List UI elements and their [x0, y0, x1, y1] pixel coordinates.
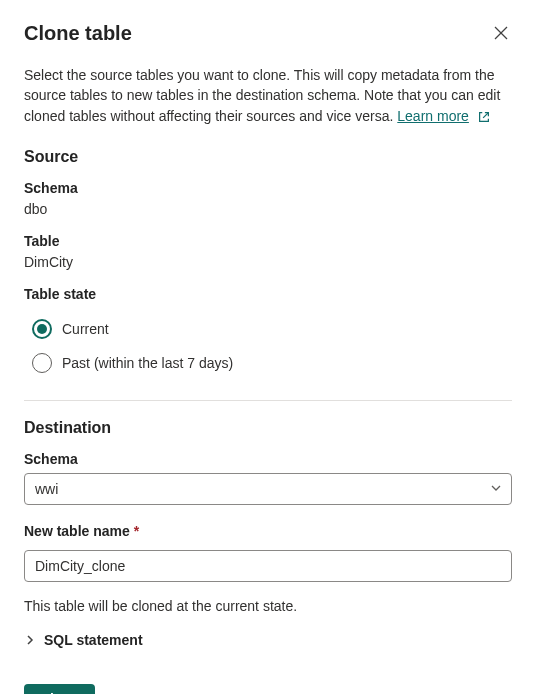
sql-statement-label: SQL statement [44, 632, 143, 648]
source-table-label: Table [24, 233, 512, 249]
source-table-value: DimCity [24, 254, 512, 270]
dialog-title: Clone table [24, 22, 132, 45]
radio-past-label: Past (within the last 7 days) [62, 355, 233, 371]
new-table-name-text: New table name [24, 523, 130, 539]
radio-current[interactable]: Current [24, 312, 512, 346]
destination-schema-label: Schema [24, 451, 512, 467]
clone-info-text: This table will be cloned at the current… [24, 598, 512, 614]
new-table-name-label: New table name * [24, 523, 512, 539]
required-asterisk: * [134, 523, 139, 539]
section-divider [24, 400, 512, 401]
close-button[interactable] [490, 22, 512, 47]
close-icon [494, 26, 508, 43]
radio-icon-selected [32, 319, 52, 339]
chevron-right-icon [24, 634, 36, 646]
destination-heading: Destination [24, 419, 512, 437]
source-schema-label: Schema [24, 180, 512, 196]
radio-current-label: Current [62, 321, 109, 337]
source-heading: Source [24, 148, 512, 166]
learn-more-link[interactable]: Learn more [397, 108, 469, 124]
radio-past[interactable]: Past (within the last 7 days) [24, 346, 512, 380]
clone-button[interactable]: Clone [24, 684, 95, 694]
external-link-icon [477, 110, 491, 124]
destination-schema-select[interactable] [24, 473, 512, 505]
new-table-name-input[interactable] [24, 550, 512, 582]
table-state-label: Table state [24, 286, 512, 302]
dialog-description: Select the source tables you want to clo… [24, 65, 512, 126]
sql-statement-expander[interactable]: SQL statement [24, 630, 512, 650]
radio-icon-unselected [32, 353, 52, 373]
source-schema-value: dbo [24, 201, 512, 217]
